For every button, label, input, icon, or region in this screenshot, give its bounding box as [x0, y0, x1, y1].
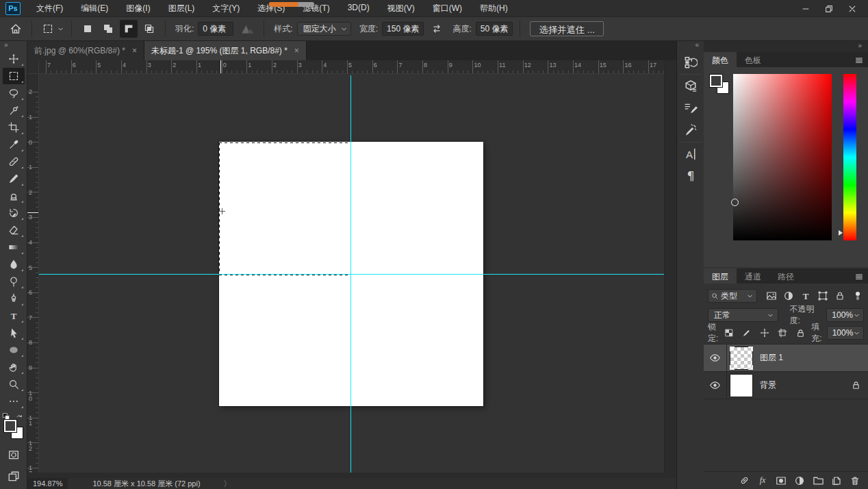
layer-effects-icon[interactable]: fx — [756, 475, 769, 487]
type-tool[interactable]: T — [3, 308, 25, 324]
vertical-scrollbar[interactable] — [664, 60, 676, 473]
lock-image-pixels-icon[interactable] — [741, 327, 753, 339]
lasso-tool[interactable] — [3, 85, 25, 101]
color-picker-circle[interactable] — [731, 199, 739, 206]
adjustment-layer-filter-icon[interactable] — [782, 290, 795, 302]
tab-close-icon[interactable]: × — [132, 46, 137, 55]
horizontal-ruler[interactable]: 765432101234567891011121314151617 — [39, 60, 664, 74]
document-tab-2[interactable]: 未标题-1 @ 195% (图层 1, RGB/8#) *× — [144, 41, 307, 60]
eye-icon[interactable] — [709, 379, 721, 391]
smart-object-filter-icon[interactable] — [834, 290, 846, 302]
marquee-preset-icon[interactable] — [39, 20, 57, 38]
panel-menu-icon[interactable] — [854, 55, 864, 65]
edit-toolbar-tool[interactable] — [3, 393, 25, 410]
history-brush-tool[interactable] — [3, 205, 25, 221]
hand-tool[interactable] — [3, 359, 25, 375]
lock-all-icon[interactable] — [794, 327, 806, 339]
hue-slider[interactable] — [843, 74, 856, 240]
dock-collapse-icon[interactable]: » — [704, 41, 868, 52]
lock-artboard-icon[interactable] — [776, 327, 789, 339]
eyedropper-tool[interactable] — [3, 136, 25, 153]
zoom-tool[interactable] — [3, 376, 25, 392]
screen-mode-button[interactable] — [3, 468, 25, 485]
toolbar-expand-icon[interactable]: » — [0, 41, 27, 51]
swap-width-height-icon[interactable] — [428, 20, 446, 38]
layers-tab-路径[interactable]: 路径 — [769, 268, 802, 284]
layer-thumbnail[interactable] — [730, 374, 753, 397]
layer-visibility-cell[interactable] — [704, 344, 727, 372]
character-panel-icon[interactable]: A — [680, 145, 701, 163]
vertical-ruler[interactable]: 2101234567891 01 11 21 3 — [27, 74, 39, 473]
path-selection-tool[interactable] — [3, 325, 25, 341]
home-icon[interactable] — [7, 20, 25, 38]
pen-tool[interactable] — [3, 290, 25, 307]
saturation-brightness-field[interactable] — [733, 74, 832, 240]
dodge-tool[interactable] — [3, 273, 25, 290]
panel-menu-icon[interactable] — [854, 272, 864, 281]
clone-stamp-tool[interactable] — [3, 188, 25, 204]
eye-icon[interactable] — [709, 352, 721, 364]
layer-filter-type-dropdown[interactable]: 类型 — [708, 289, 757, 303]
horizontal-scrollbar[interactable] — [27, 473, 676, 478]
color-tab-色板[interactable]: 色板 — [737, 52, 769, 67]
spot-healing-brush-tool[interactable] — [3, 153, 25, 170]
menu-item-5[interactable]: 文字(Y) — [203, 0, 248, 17]
pixel-layer-filter-icon[interactable] — [765, 290, 778, 302]
shape-layer-filter-icon[interactable] — [817, 290, 829, 302]
foreground-color-swatch[interactable] — [709, 74, 723, 88]
delete-layer-icon[interactable] — [849, 475, 861, 487]
zoom-level-field[interactable]: 194.87% — [27, 478, 68, 489]
document-tab-1[interactable]: 前.jpg @ 60%(RGB/8#) *× — [27, 41, 144, 60]
menu-item-9[interactable]: 视图(V) — [379, 0, 424, 17]
style-dropdown[interactable]: 固定大小 — [297, 22, 351, 36]
color-tab-颜色[interactable]: 颜色 — [704, 52, 737, 67]
tool-preset[interactable] — [39, 20, 64, 38]
menu-item-3[interactable]: 图像(I) — [117, 0, 159, 17]
blur-tool[interactable] — [3, 256, 25, 273]
new-adjustment-layer-icon[interactable] — [793, 475, 806, 487]
foreground-color-swatch[interactable] — [3, 419, 17, 433]
minimize-icon[interactable] — [794, 0, 817, 17]
rectangular-marquee-tool[interactable] — [3, 68, 25, 84]
tab-close-icon[interactable]: × — [294, 46, 299, 55]
restore-icon[interactable] — [817, 0, 841, 17]
close-icon[interactable] — [841, 0, 864, 17]
chevron-down-icon[interactable] — [57, 25, 64, 33]
strip-expand-icon[interactable]: « — [677, 41, 704, 51]
eraser-tool[interactable] — [3, 222, 25, 238]
select-and-mask-button[interactable]: 选择并遮住 ... — [530, 21, 603, 36]
menu-item-10[interactable]: 窗口(W) — [424, 0, 471, 17]
blend-mode-dropdown[interactable]: 正常 — [708, 308, 778, 322]
layers-tab-图层[interactable]: 图层 — [704, 268, 737, 284]
width-input[interactable]: 150 像素 — [382, 22, 424, 36]
status-options-chevron[interactable]: 〉 — [224, 479, 231, 489]
layer-filter-toggle-icon[interactable] — [852, 290, 864, 302]
horizontal-guide[interactable] — [39, 274, 664, 275]
lock-transparent-pixels-icon[interactable] — [723, 327, 735, 339]
type-layer-filter-icon[interactable]: T — [800, 290, 812, 302]
add-layer-mask-icon[interactable] — [775, 475, 787, 487]
properties-panel-icon[interactable] — [680, 77, 701, 95]
ellipse-shape-tool[interactable] — [3, 342, 25, 358]
history-panel-icon[interactable] — [680, 53, 701, 71]
menu-item-1[interactable]: 文件(F) — [27, 0, 72, 17]
new-selection-icon[interactable] — [79, 20, 97, 38]
menu-item-4[interactable]: 图层(L) — [159, 0, 204, 17]
move-tool[interactable] — [3, 51, 25, 67]
crop-tool[interactable] — [3, 119, 25, 136]
gradient-tool[interactable] — [3, 239, 25, 255]
layer-thumbnail[interactable] — [730, 347, 753, 370]
menu-item-11[interactable]: 帮助(H) — [471, 0, 517, 17]
add-to-selection-icon[interactable] — [99, 20, 117, 38]
quick-selection-tool[interactable] — [3, 102, 25, 118]
new-group-icon[interactable] — [812, 475, 824, 487]
paragraph-panel-icon[interactable]: ¶ — [680, 167, 701, 185]
new-layer-icon[interactable] — [830, 475, 843, 487]
canvas-viewport[interactable] — [39, 74, 664, 473]
quick-mask-button[interactable] — [3, 447, 25, 463]
height-input[interactable]: 50 像素 — [476, 22, 513, 36]
brush-tool[interactable] — [3, 171, 25, 187]
brushes-panel-icon[interactable] — [680, 121, 701, 139]
layers-tab-通道[interactable]: 通道 — [737, 268, 769, 284]
ruler-origin-corner[interactable] — [27, 60, 39, 74]
